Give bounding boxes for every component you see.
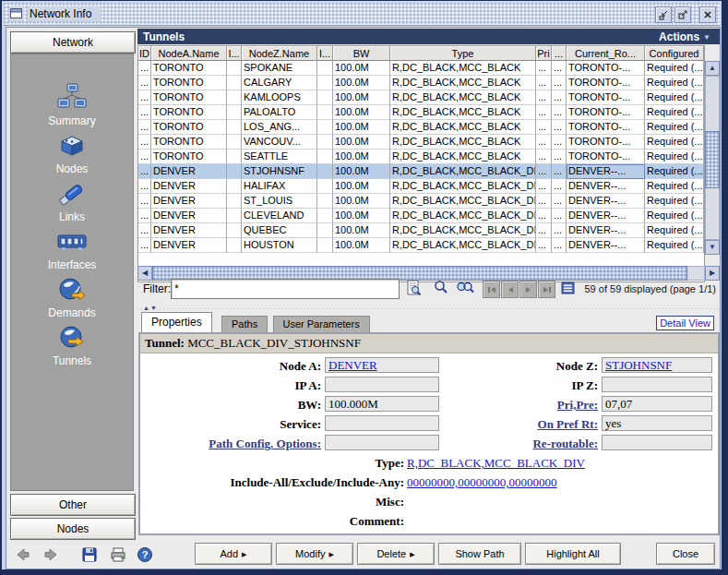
sidebar-item-links[interactable]: Links — [11, 178, 133, 226]
table-cell: STJOHNSNF — [242, 164, 317, 179]
table-row[interactable]: ...DENVERHALIFAX100.0MR,DC_BLACK,MCC_BLA… — [138, 179, 704, 194]
links-icon — [11, 178, 133, 210]
table-cell: Required (... — [645, 179, 704, 194]
forward-icon[interactable] — [42, 545, 60, 564]
tab-user-parameters[interactable]: User Parameters — [273, 316, 370, 332]
detail-view-link[interactable]: Detail View — [656, 316, 714, 330]
column-header-id[interactable]: ID — [138, 46, 151, 61]
table-row[interactable]: ...DENVERCLEVELAND100.0MR,DC_BLACK,MCC_B… — [138, 209, 704, 223]
table-row[interactable]: ...TORONTOLOS_ANG...100.0MR,DC_BLACK,MCC… — [138, 120, 704, 135]
help-icon[interactable]: ? — [136, 545, 154, 564]
column-header-nodez-name[interactable]: NodeZ.Name — [242, 46, 317, 61]
list-view-icon[interactable] — [558, 279, 579, 297]
sidebar-item-tunnels[interactable]: Tunnels — [11, 322, 133, 370]
node-a-value[interactable]: DENVER — [328, 358, 377, 372]
table-cell — [317, 105, 333, 120]
table-cell — [317, 179, 333, 194]
table-row[interactable]: ...DENVERST_LOUIS100.0MR,DC_BLACK,MCC_BL… — [138, 194, 704, 209]
include-all-exclude-include-any-value[interactable]: 00000000,00000000,00000000 — [407, 475, 557, 489]
column-header-configured[interactable]: Configured — [645, 46, 704, 61]
tab-properties[interactable]: Properties — [141, 312, 212, 332]
vertical-scrollbar-thumb[interactable] — [705, 131, 720, 188]
splitter-handle[interactable]: ▲▼ — [137, 305, 720, 312]
column-header-bw[interactable]: BW — [333, 46, 390, 61]
actions-menu[interactable]: Actions▼ — [659, 30, 710, 43]
table-row[interactable]: ...TORONTOVANCOUV...100.0MR,DC_BLACK,MCC… — [138, 135, 704, 150]
table-cell: ST_LOUIS — [242, 194, 317, 209]
path-config-options-label[interactable]: Path Config. Options: — [140, 437, 321, 451]
maximize-icon[interactable] — [674, 6, 691, 23]
node-z-value[interactable]: STJOHNSNF — [605, 358, 672, 372]
close-icon[interactable] — [699, 6, 716, 23]
title-bar[interactable]: Network Info — [4, 3, 720, 26]
filter-preview-icon[interactable] — [403, 279, 424, 297]
add-button[interactable]: Add▶ — [195, 543, 272, 565]
table-row[interactable]: ...DENVERSTJOHNSNF100.0MR,DC_BLACK,MCC_B… — [138, 164, 704, 179]
column-header-pri[interactable]: Pri — [536, 46, 552, 61]
table-row[interactable]: ...TORONTOPALOALTO100.0MR,DC_BLACK,MCC_B… — [138, 105, 704, 120]
table-cell — [227, 179, 242, 194]
table-cell — [227, 164, 242, 179]
table-cell — [227, 76, 242, 90]
scroll-up-icon[interactable]: ▲ — [705, 61, 720, 76]
column-header-[interactable]: ... — [552, 46, 567, 61]
re-routable-label[interactable]: Re-routable: — [437, 437, 598, 451]
last-page-icon[interactable] — [538, 281, 555, 298]
type-value[interactable]: R,DC_BLACK,MCC_BLACK_DIV — [407, 456, 585, 470]
column-header-i[interactable]: I... — [227, 46, 242, 61]
sidebar-item-nodes[interactable]: Nodes — [11, 130, 133, 178]
table-cell: DENVER--... — [567, 238, 645, 253]
column-header-type[interactable]: Type — [390, 46, 536, 61]
search-next-icon[interactable] — [455, 279, 475, 297]
tunnels-title: Tunnels — [143, 30, 185, 43]
save-icon[interactable] — [80, 545, 99, 564]
on-pref-rt-label[interactable]: On Pref Rt: — [437, 417, 598, 432]
sidebar-button-other[interactable]: Other — [10, 494, 136, 516]
next-page-icon[interactable] — [519, 281, 537, 298]
search-icon[interactable] — [431, 279, 451, 297]
display-status: 59 of 59 displayed (page 1/1) — [585, 283, 717, 294]
sidebar-item-summary[interactable]: Summary — [11, 82, 133, 130]
tab-paths[interactable]: Paths — [221, 316, 268, 332]
table-cell: ... — [536, 179, 552, 194]
table-cell: Required (... — [645, 135, 704, 150]
table-row[interactable]: ...TORONTOSEATTLE100.0MR,DC_BLACK,MCC_BL… — [138, 150, 704, 164]
scroll-left-icon[interactable]: ◀ — [137, 266, 152, 281]
previous-page-icon[interactable] — [501, 281, 519, 298]
table-row[interactable]: ...TORONTOKAMLOOPS100.0MR,DC_BLACK,MCC_B… — [138, 90, 704, 105]
table-cell: Required (... — [645, 120, 704, 135]
first-page-icon[interactable] — [483, 281, 500, 298]
print-icon[interactable] — [108, 545, 126, 564]
modify-button[interactable]: Modify▶ — [276, 543, 353, 565]
sidebar-button-network[interactable]: Network — [10, 31, 136, 54]
filter-input[interactable] — [171, 279, 400, 299]
column-header-nodea-name[interactable]: NodeA.Name — [151, 46, 227, 61]
table-cell: ... — [552, 150, 567, 164]
close-button[interactable]: Close — [656, 543, 715, 565]
table-cell: R,DC_BLACK,MCC_BLACK — [390, 105, 536, 120]
table-row[interactable]: ...DENVERQUEBEC100.0MR,DC_BLACK,MCC_BLAC… — [138, 223, 704, 238]
sidebar-button-nodes[interactable]: Nodes — [10, 518, 136, 540]
pri-pre-label[interactable]: Pri,Pre: — [437, 398, 598, 413]
table-cell: ... — [138, 164, 151, 179]
sidebar-item-label: Tunnels — [11, 354, 133, 367]
table-row[interactable]: ...TORONTOSPOKANE100.0MR,DC_BLACK,MCC_BL… — [138, 61, 704, 76]
sidebar-item-interfaces[interactable]: Interfaces — [11, 226, 133, 274]
summary-icon — [11, 82, 133, 114]
scroll-right-icon[interactable]: ▶ — [705, 266, 720, 281]
highlight-all-button[interactable]: Highlight All — [525, 543, 621, 565]
table-row[interactable]: ...TORONTOCALGARY100.0MR,DC_BLACK,MCC_BL… — [138, 76, 704, 90]
column-header-current-ro[interactable]: Current_Ro... — [567, 46, 645, 61]
table-cell: TORONTO-... — [567, 61, 645, 76]
scroll-down-icon[interactable]: ▼ — [705, 240, 720, 255]
delete-button[interactable]: Delete▶ — [357, 543, 435, 565]
table-cell: DENVER--... — [567, 194, 645, 209]
minimize-icon[interactable] — [655, 6, 672, 23]
table-row[interactable]: ...DENVERHOUSTON100.0MR,DC_BLACK,MCC_BLA… — [138, 238, 704, 253]
table-cell: ... — [552, 120, 567, 135]
sidebar-item-demands[interactable]: Demands — [11, 274, 133, 322]
show-path-button[interactable]: Show Path — [438, 543, 521, 565]
back-icon[interactable] — [14, 545, 32, 564]
column-header-i[interactable]: I... — [317, 46, 333, 61]
table-cell: TORONTO — [151, 150, 227, 164]
